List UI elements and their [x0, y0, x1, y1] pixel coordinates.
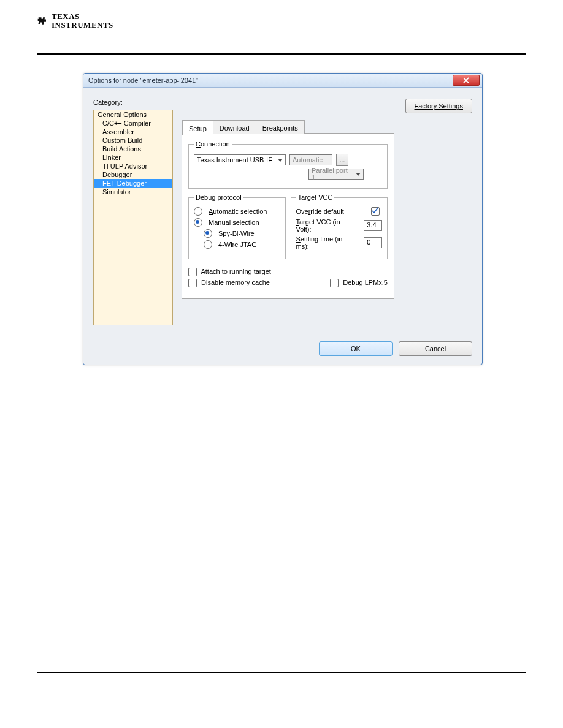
attach-checkbox[interactable]: [188, 268, 197, 276]
auto-selection-radio[interactable]: [194, 207, 202, 216]
debug-protocol-legend: Debug protocol: [194, 194, 243, 201]
factory-settings-button[interactable]: Factory Settings: [405, 99, 472, 113]
close-icon: [463, 77, 469, 83]
cat-simulator[interactable]: Simulator: [94, 188, 172, 196]
close-button[interactable]: [453, 75, 480, 86]
target-vcc-legend: Target VCC: [296, 194, 335, 201]
cat-general-options[interactable]: General Options: [94, 110, 172, 119]
disable-cache-checkbox[interactable]: [188, 279, 197, 287]
cat-compiler[interactable]: C/C++ Compiler: [94, 119, 172, 127]
cat-debugger[interactable]: Debugger: [94, 170, 172, 179]
ti-logo-block: TEXAS INSTRUMENTS: [37, 12, 526, 29]
tab-container: Setup Download Breakpoints Connection Te…: [182, 133, 394, 299]
fourwire-label: 4-Wire JTAG: [218, 241, 257, 248]
override-checkbox[interactable]: [371, 207, 380, 216]
top-divider: [37, 53, 526, 55]
cat-assembler[interactable]: Assembler: [94, 127, 172, 136]
options-dialog: Options for node "emeter-app-i2041" Cate…: [83, 73, 483, 365]
connection-combo[interactable]: Texas Instrument USB-IF: [194, 154, 286, 165]
logo-line2: INSTRUMENTS: [52, 21, 113, 29]
conn-mode-combo[interactable]: Automatic: [289, 154, 332, 165]
tab-setup[interactable]: Setup: [182, 120, 213, 135]
cat-ulp-advisor[interactable]: TI ULP Advisor: [94, 162, 172, 170]
disable-cache-label: Disable memory cache: [201, 279, 270, 286]
cancel-button[interactable]: Cancel: [399, 341, 472, 356]
cat-build-actions[interactable]: Build Actions: [94, 145, 172, 153]
debug-lpmx-checkbox[interactable]: [330, 279, 339, 287]
debug-protocol-group: Debug protocol Automatic selection Manua…: [188, 194, 286, 259]
cat-linker[interactable]: Linker: [94, 153, 172, 162]
cat-custom-build[interactable]: Custom Build: [94, 136, 172, 145]
conn-mode-value: Automatic: [293, 156, 323, 164]
tab-breakpoints[interactable]: Breakpoints: [256, 120, 305, 134]
target-vcc-field-label: Target VCC (in Volt):: [296, 218, 357, 233]
dialog-title: Options for node "emeter-app-i2041": [88, 77, 198, 84]
ok-button[interactable]: OK: [319, 341, 393, 356]
spybiwire-radio[interactable]: [204, 229, 212, 238]
debug-lpmx-label: Debug LPMx.5: [343, 279, 388, 286]
auto-selection-label: Automatic selection: [209, 208, 267, 215]
category-heading: Category:: [93, 99, 173, 106]
bottom-divider: [37, 672, 526, 673]
cat-fet-debugger[interactable]: FET Debugger: [94, 179, 172, 188]
settling-input[interactable]: 0: [364, 237, 382, 248]
dialog-titlebar: Options for node "emeter-app-i2041": [83, 74, 482, 88]
spybiwire-label: Spy-Bi-Wire: [218, 230, 255, 237]
logo-line1: TEXAS: [52, 12, 113, 21]
ti-chip-icon: [37, 15, 49, 27]
fourwire-radio[interactable]: [204, 240, 212, 249]
manual-selection-label: Manual selection: [209, 219, 259, 226]
connection-value: Texas Instrument USB-IF: [197, 156, 272, 164]
connection-legend: Connection: [194, 140, 232, 148]
port-value: Parallel port 1: [312, 167, 352, 181]
chevron-down-icon: [356, 173, 361, 176]
port-combo: Parallel port 1: [308, 169, 364, 180]
setup-panel: Connection Texas Instrument USB-IF Autom…: [182, 134, 394, 298]
settling-label: Settling time (in ms):: [296, 235, 357, 250]
tab-download[interactable]: Download: [213, 120, 256, 134]
manual-selection-radio[interactable]: [194, 218, 202, 227]
override-label: Override default: [296, 208, 344, 215]
chevron-down-icon: [278, 159, 283, 162]
attach-label: Attach to running target: [201, 268, 270, 275]
target-vcc-group: Target VCC Override default Target: [291, 194, 388, 259]
browse-button[interactable]: ...: [336, 154, 348, 166]
category-list[interactable]: General Options C/C++ Compiler Assembler…: [93, 110, 173, 325]
connection-group: Connection Texas Instrument USB-IF Autom…: [188, 140, 388, 189]
target-vcc-input[interactable]: 3.4: [364, 220, 382, 231]
